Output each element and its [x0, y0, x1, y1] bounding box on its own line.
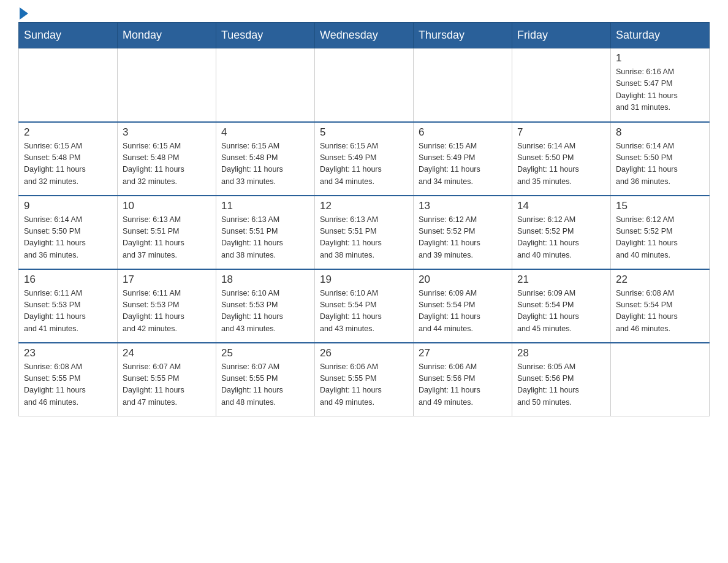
calendar-header-row: Sunday Monday Tuesday Wednesday Thursday…	[19, 23, 710, 48]
calendar-cell: 24Sunrise: 6:07 AM Sunset: 5:55 PM Dayli…	[118, 343, 216, 416]
day-info: Sunrise: 6:13 AM Sunset: 5:51 PM Dayligh…	[123, 214, 211, 262]
calendar-cell: 16Sunrise: 6:11 AM Sunset: 5:53 PM Dayli…	[19, 269, 118, 343]
day-number: 2	[24, 126, 112, 139]
calendar-cell	[414, 48, 512, 122]
calendar-cell: 10Sunrise: 6:13 AM Sunset: 5:51 PM Dayli…	[118, 196, 216, 269]
day-info: Sunrise: 6:07 AM Sunset: 5:55 PM Dayligh…	[221, 361, 309, 409]
day-info: Sunrise: 6:15 AM Sunset: 5:48 PM Dayligh…	[123, 140, 211, 188]
day-info: Sunrise: 6:05 AM Sunset: 5:56 PM Dayligh…	[517, 361, 605, 409]
day-number: 24	[123, 347, 211, 359]
calendar-cell: 7Sunrise: 6:14 AM Sunset: 5:50 PM Daylig…	[512, 122, 611, 196]
calendar-cell: 17Sunrise: 6:11 AM Sunset: 5:53 PM Dayli…	[118, 269, 216, 343]
day-number: 9	[24, 200, 112, 212]
calendar-cell: 20Sunrise: 6:09 AM Sunset: 5:54 PM Dayli…	[414, 269, 512, 343]
header-sunday: Sunday	[19, 23, 118, 48]
day-info: Sunrise: 6:15 AM Sunset: 5:48 PM Dayligh…	[24, 140, 112, 188]
day-number: 11	[221, 200, 309, 212]
day-info: Sunrise: 6:10 AM Sunset: 5:54 PM Dayligh…	[320, 288, 408, 335]
day-number: 14	[517, 200, 605, 212]
day-number: 13	[419, 200, 507, 212]
day-info: Sunrise: 6:13 AM Sunset: 5:51 PM Dayligh…	[221, 214, 309, 262]
day-info: Sunrise: 6:06 AM Sunset: 5:55 PM Dayligh…	[320, 361, 408, 409]
day-info: Sunrise: 6:09 AM Sunset: 5:54 PM Dayligh…	[419, 288, 507, 335]
page-header	[18, 12, 710, 16]
day-number: 8	[616, 126, 704, 139]
calendar-cell	[118, 48, 216, 122]
day-info: Sunrise: 6:07 AM Sunset: 5:55 PM Dayligh…	[123, 361, 211, 409]
day-info: Sunrise: 6:12 AM Sunset: 5:52 PM Dayligh…	[419, 214, 507, 262]
calendar-cell: 22Sunrise: 6:08 AM Sunset: 5:54 PM Dayli…	[611, 269, 710, 343]
day-number: 3	[123, 126, 211, 139]
calendar-cell: 8Sunrise: 6:14 AM Sunset: 5:50 PM Daylig…	[611, 122, 710, 196]
calendar-cell: 11Sunrise: 6:13 AM Sunset: 5:51 PM Dayli…	[216, 196, 315, 269]
calendar-cell: 26Sunrise: 6:06 AM Sunset: 5:55 PM Dayli…	[315, 343, 414, 416]
day-info: Sunrise: 6:11 AM Sunset: 5:53 PM Dayligh…	[123, 288, 211, 335]
day-number: 23	[24, 347, 112, 359]
week-row-4: 16Sunrise: 6:11 AM Sunset: 5:53 PM Dayli…	[19, 269, 710, 343]
calendar-cell: 18Sunrise: 6:10 AM Sunset: 5:53 PM Dayli…	[216, 269, 315, 343]
day-number: 1	[616, 52, 704, 64]
day-number: 27	[419, 347, 507, 359]
calendar-cell: 28Sunrise: 6:05 AM Sunset: 5:56 PM Dayli…	[512, 343, 611, 416]
day-number: 10	[123, 200, 211, 212]
calendar-cell: 25Sunrise: 6:07 AM Sunset: 5:55 PM Dayli…	[216, 343, 315, 416]
day-number: 18	[221, 274, 309, 286]
day-number: 17	[123, 274, 211, 286]
day-info: Sunrise: 6:08 AM Sunset: 5:54 PM Dayligh…	[616, 288, 704, 335]
calendar-cell	[19, 48, 118, 122]
day-info: Sunrise: 6:15 AM Sunset: 5:49 PM Dayligh…	[320, 140, 408, 188]
calendar-cell: 19Sunrise: 6:10 AM Sunset: 5:54 PM Dayli…	[315, 269, 414, 343]
calendar-cell: 13Sunrise: 6:12 AM Sunset: 5:52 PM Dayli…	[414, 196, 512, 269]
day-number: 5	[320, 126, 408, 139]
logo-arrow-icon	[20, 7, 28, 20]
week-row-3: 9Sunrise: 6:14 AM Sunset: 5:50 PM Daylig…	[19, 196, 710, 269]
day-info: Sunrise: 6:14 AM Sunset: 5:50 PM Dayligh…	[616, 140, 704, 188]
day-info: Sunrise: 6:13 AM Sunset: 5:51 PM Dayligh…	[320, 214, 408, 262]
day-number: 21	[517, 274, 605, 286]
header-wednesday: Wednesday	[315, 23, 414, 48]
day-info: Sunrise: 6:14 AM Sunset: 5:50 PM Dayligh…	[24, 214, 112, 262]
calendar-cell: 6Sunrise: 6:15 AM Sunset: 5:49 PM Daylig…	[414, 122, 512, 196]
calendar-cell	[611, 343, 710, 416]
header-thursday: Thursday	[414, 23, 512, 48]
day-number: 19	[320, 274, 408, 286]
week-row-2: 2Sunrise: 6:15 AM Sunset: 5:48 PM Daylig…	[19, 122, 710, 196]
day-number: 22	[616, 274, 704, 286]
day-number: 20	[419, 274, 507, 286]
day-number: 26	[320, 347, 408, 359]
calendar-cell: 5Sunrise: 6:15 AM Sunset: 5:49 PM Daylig…	[315, 122, 414, 196]
day-info: Sunrise: 6:12 AM Sunset: 5:52 PM Dayligh…	[616, 214, 704, 262]
day-number: 28	[517, 347, 605, 359]
calendar-cell: 12Sunrise: 6:13 AM Sunset: 5:51 PM Dayli…	[315, 196, 414, 269]
calendar-cell: 3Sunrise: 6:15 AM Sunset: 5:48 PM Daylig…	[118, 122, 216, 196]
day-number: 25	[221, 347, 309, 359]
calendar-table: Sunday Monday Tuesday Wednesday Thursday…	[18, 22, 710, 416]
day-number: 16	[24, 274, 112, 286]
header-saturday: Saturday	[611, 23, 710, 48]
calendar-cell: 1Sunrise: 6:16 AM Sunset: 5:47 PM Daylig…	[611, 48, 710, 122]
calendar-cell: 15Sunrise: 6:12 AM Sunset: 5:52 PM Dayli…	[611, 196, 710, 269]
day-info: Sunrise: 6:15 AM Sunset: 5:48 PM Dayligh…	[221, 140, 309, 188]
calendar-cell: 2Sunrise: 6:15 AM Sunset: 5:48 PM Daylig…	[19, 122, 118, 196]
day-info: Sunrise: 6:09 AM Sunset: 5:54 PM Dayligh…	[517, 288, 605, 335]
header-monday: Monday	[118, 23, 216, 48]
calendar-cell	[315, 48, 414, 122]
header-tuesday: Tuesday	[216, 23, 315, 48]
calendar-cell	[512, 48, 611, 122]
day-info: Sunrise: 6:16 AM Sunset: 5:47 PM Dayligh…	[616, 66, 704, 114]
day-info: Sunrise: 6:10 AM Sunset: 5:53 PM Dayligh…	[221, 288, 309, 335]
logo	[18, 12, 28, 16]
day-number: 15	[616, 200, 704, 212]
day-number: 7	[517, 126, 605, 139]
calendar-cell: 23Sunrise: 6:08 AM Sunset: 5:55 PM Dayli…	[19, 343, 118, 416]
day-number: 6	[419, 126, 507, 139]
header-friday: Friday	[512, 23, 611, 48]
calendar-cell: 4Sunrise: 6:15 AM Sunset: 5:48 PM Daylig…	[216, 122, 315, 196]
calendar-cell: 27Sunrise: 6:06 AM Sunset: 5:56 PM Dayli…	[414, 343, 512, 416]
day-info: Sunrise: 6:14 AM Sunset: 5:50 PM Dayligh…	[517, 140, 605, 188]
day-info: Sunrise: 6:11 AM Sunset: 5:53 PM Dayligh…	[24, 288, 112, 335]
week-row-5: 23Sunrise: 6:08 AM Sunset: 5:55 PM Dayli…	[19, 343, 710, 416]
calendar-cell	[216, 48, 315, 122]
calendar-cell: 21Sunrise: 6:09 AM Sunset: 5:54 PM Dayli…	[512, 269, 611, 343]
calendar-cell: 9Sunrise: 6:14 AM Sunset: 5:50 PM Daylig…	[19, 196, 118, 269]
